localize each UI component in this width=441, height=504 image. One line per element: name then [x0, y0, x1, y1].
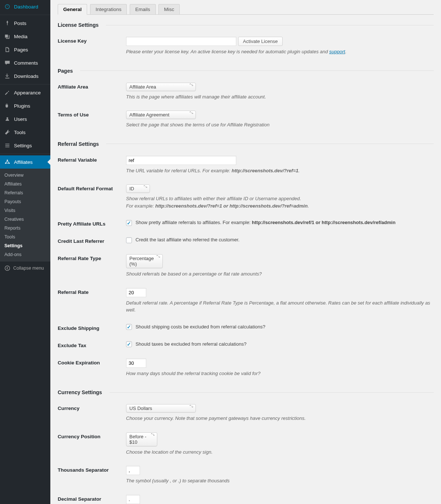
- sidebar-item-affiliates[interactable]: Affiliates: [0, 155, 50, 169]
- sidebar-item-dashboard[interactable]: Dashboard: [0, 0, 50, 13]
- submenu-referrals[interactable]: Referrals: [0, 188, 50, 197]
- credit-last-label: Credit Last Referrer: [58, 237, 126, 244]
- pretty-urls-checkbox[interactable]: [126, 220, 132, 226]
- referral-format-desc: Show referral URLs to affiliates with ei…: [126, 195, 434, 209]
- currency-pos-desc: Choose the location of the currency sign…: [126, 449, 434, 456]
- pin-icon: [4, 19, 11, 27]
- currency-pos-label: Currency Position: [58, 432, 126, 439]
- media-icon: [4, 33, 11, 40]
- credit-last-checkbox[interactable]: [126, 237, 132, 243]
- svg-point-0: [7, 160, 8, 161]
- affiliate-area-label: Affiliate Area: [58, 83, 126, 90]
- tab-emails[interactable]: Emails: [130, 4, 156, 14]
- license-key-label: License Key: [58, 37, 126, 44]
- sidebar-label: Comments: [14, 60, 38, 66]
- thousands-label: Thousands Separator: [58, 466, 126, 473]
- collapse-icon: [4, 264, 11, 272]
- rate-type-label: Referral Rate Type: [58, 254, 126, 261]
- license-desc: Please enter your license key. An active…: [126, 48, 434, 55]
- decimal-label: Decimal Separator: [58, 495, 126, 502]
- sidebar-label: Downloads: [14, 73, 39, 79]
- submenu-addons[interactable]: Add-ons: [0, 250, 50, 259]
- tos-desc: Select the page that shows the terms of …: [126, 121, 434, 129]
- rate-type-desc: Should referrals be based on a percentag…: [126, 270, 434, 278]
- submenu-reports[interactable]: Reports: [0, 224, 50, 233]
- currency-desc: Choose your currency. Note that some pay…: [126, 415, 434, 422]
- sidebar-item-media[interactable]: Media: [0, 30, 50, 43]
- plugins-icon: [4, 102, 11, 109]
- tab-misc[interactable]: Misc: [158, 4, 180, 14]
- rate-label: Referral Rate: [58, 288, 126, 295]
- license-key-input[interactable]: [126, 37, 236, 46]
- referral-var-label: Referral Variable: [58, 156, 126, 163]
- svg-point-3: [5, 266, 10, 271]
- tos-select[interactable]: Affiliate Agreement: [126, 111, 196, 119]
- referral-format-select[interactable]: ID: [126, 184, 150, 193]
- sidebar-item-appearance[interactable]: Appearance: [0, 86, 50, 99]
- dashboard-icon: [4, 3, 11, 10]
- svg-point-1: [5, 163, 6, 164]
- support-link[interactable]: support: [329, 49, 345, 54]
- affiliates-submenu: Overview Affiliates Referrals Payouts Vi…: [0, 169, 50, 261]
- rate-type-select[interactable]: Percentage (%): [126, 254, 163, 268]
- submenu-payouts[interactable]: Payouts: [0, 197, 50, 206]
- sidebar-item-downloads[interactable]: Downloads: [0, 69, 50, 83]
- sidebar-label: Pages: [14, 47, 28, 53]
- cookie-input[interactable]: [126, 359, 146, 368]
- submenu-affiliates[interactable]: Affiliates: [0, 180, 50, 188]
- submenu-settings[interactable]: Settings: [0, 241, 50, 250]
- cookie-desc: How many days should the referral tracki…: [126, 370, 434, 377]
- excl-ship-label: Exclude Shipping: [58, 324, 126, 331]
- tos-label: Terms of Use: [58, 111, 126, 118]
- collapse-menu[interactable]: Collapse menu: [0, 261, 50, 275]
- section-pages: Pages: [58, 61, 434, 78]
- rate-input[interactable]: [126, 288, 146, 297]
- currency-select[interactable]: US Dollars: [126, 404, 196, 413]
- submenu-tools[interactable]: Tools: [0, 233, 50, 241]
- downloads-icon: [4, 72, 11, 80]
- sidebar-item-pages[interactable]: Pages: [0, 43, 50, 56]
- sidebar-label: Settings: [14, 143, 32, 148]
- submenu-overview[interactable]: Overview: [0, 171, 50, 180]
- affiliate-area-select[interactable]: Affiliate Area: [126, 83, 196, 91]
- tab-integrations[interactable]: Integrations: [90, 4, 127, 14]
- sidebar-item-tools[interactable]: Tools: [0, 126, 50, 139]
- referral-var-input[interactable]: [126, 156, 236, 165]
- thousands-desc: The symbol (usually , or .) to separate …: [126, 477, 434, 485]
- excl-tax-text: Should taxes be excluded from referral c…: [136, 341, 247, 347]
- submenu-visits[interactable]: Visits: [0, 206, 50, 215]
- settings-icon: [4, 142, 11, 149]
- sidebar-label: Posts: [14, 21, 26, 26]
- tab-general[interactable]: General: [58, 4, 87, 15]
- settings-tabs: General Integrations Emails Misc: [58, 4, 434, 15]
- referral-var-desc: The URL variable for referral URLs. For …: [126, 167, 434, 174]
- sidebar-item-posts[interactable]: Posts: [0, 17, 50, 30]
- excl-ship-checkbox[interactable]: [126, 324, 132, 330]
- excl-tax-label: Exclude Tax: [58, 341, 126, 348]
- referral-format-label: Default Referral Format: [58, 184, 126, 191]
- admin-sidebar: Dashboard Posts Media Pages Comments Dow…: [0, 0, 50, 504]
- excl-tax-checkbox[interactable]: [126, 341, 132, 347]
- thousands-input[interactable]: [126, 466, 140, 475]
- currency-pos-select[interactable]: Before - $10: [126, 432, 157, 446]
- sidebar-label: Plugins: [14, 103, 30, 109]
- collapse-label: Collapse menu: [13, 266, 44, 271]
- activate-license-button[interactable]: Activate License: [238, 37, 283, 46]
- sidebar-label: Media: [14, 34, 28, 39]
- currency-label: Currency: [58, 404, 126, 411]
- sidebar-item-settings[interactable]: Settings: [0, 139, 50, 152]
- tools-icon: [4, 129, 11, 136]
- submenu-creatives[interactable]: Creatives: [0, 215, 50, 224]
- pretty-urls-label: Pretty Affiliate URLs: [58, 220, 126, 227]
- sidebar-item-plugins[interactable]: Plugins: [0, 99, 50, 112]
- users-icon: [4, 115, 11, 123]
- pages-icon: [4, 46, 11, 53]
- section-currency: Currency Settings: [58, 382, 434, 399]
- credit-last-text: Credit the last affiliate who referred t…: [136, 237, 240, 242]
- sidebar-item-comments[interactable]: Comments: [0, 56, 50, 69]
- sidebar-label: Users: [14, 116, 27, 122]
- sidebar-item-users[interactable]: Users: [0, 112, 50, 126]
- rate-desc: Default referral rate. A percentage if R…: [126, 299, 434, 314]
- decimal-input[interactable]: [126, 495, 140, 504]
- appearance-icon: [4, 89, 11, 96]
